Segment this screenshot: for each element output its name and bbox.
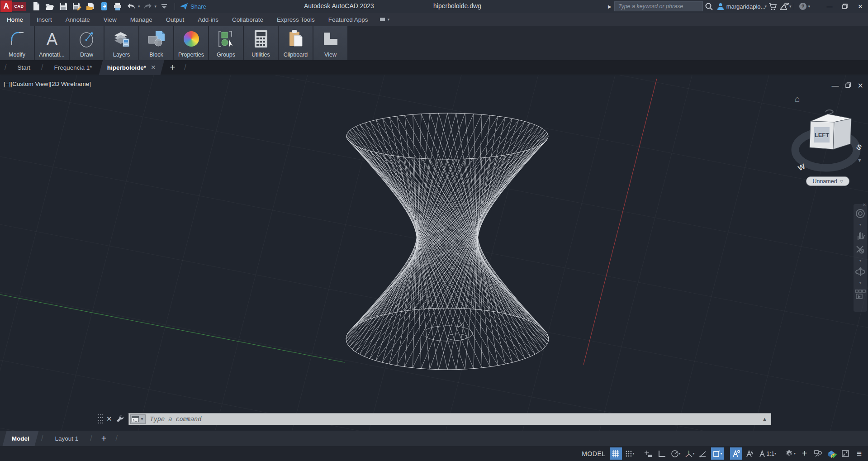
save-to-mobile-button[interactable] <box>98 1 110 12</box>
new-file-button[interactable] <box>30 1 42 12</box>
osnap-caret-icon[interactable]: ▾ <box>721 451 722 456</box>
file-tab-close-icon[interactable]: ✕ <box>151 64 157 71</box>
object-snap-tracking-toggle[interactable] <box>697 447 710 460</box>
command-history-toggle-icon[interactable]: ▲ <box>762 416 771 422</box>
ribbon-tab-view[interactable]: View <box>97 13 123 26</box>
close-button[interactable]: ✕ <box>853 0 868 13</box>
undo-caret-icon[interactable]: ▾ <box>138 4 140 9</box>
navbar-caret-icon[interactable]: ▾ <box>859 223 861 227</box>
tab-layout1[interactable]: Layout 1 <box>47 431 85 446</box>
viewcube-rotate-icon[interactable] <box>826 110 833 114</box>
viewport-close-button[interactable]: ✕ <box>858 81 863 90</box>
navigation-wheel-icon[interactable] <box>855 209 865 219</box>
panel-draw[interactable]: Draw <box>70 26 104 60</box>
redo-button[interactable] <box>142 1 154 12</box>
panel-block[interactable]: Block <box>139 26 173 60</box>
customization-button[interactable]: ▾ <box>784 447 797 460</box>
new-drawing-button[interactable]: + <box>165 60 180 75</box>
minimize-button[interactable]: — <box>822 0 837 13</box>
share-button[interactable]: Share <box>180 3 206 10</box>
new-layout-button[interactable]: + <box>97 431 111 446</box>
undo-button[interactable] <box>125 1 137 12</box>
ribbon-tab-manage[interactable]: Manage <box>123 13 159 26</box>
ribbon-tab-express-tools[interactable]: Express Tools <box>270 13 322 26</box>
plot-button[interactable] <box>112 1 123 12</box>
scale-caret-icon[interactable]: ▾ <box>774 451 776 456</box>
app-store-cart-icon[interactable] <box>767 0 778 12</box>
graphics-performance-button[interactable] <box>825 447 838 460</box>
ribbon-tab-home[interactable]: Home <box>0 13 30 26</box>
crosshair-tracking-button[interactable]: + <box>798 447 811 460</box>
command-dock-grip[interactable] <box>97 413 103 424</box>
panel-layers[interactable]: Layers <box>104 26 138 60</box>
restore-button[interactable] <box>837 0 853 13</box>
panel-utilities[interactable]: Utilities <box>244 26 278 60</box>
save-button[interactable] <box>57 1 69 12</box>
autodesk-caret-icon[interactable]: ▾ <box>789 4 792 9</box>
ribbon-tab-output[interactable]: Output <box>159 13 191 26</box>
clean-screen-button[interactable] <box>840 447 852 460</box>
user-avatar-icon[interactable] <box>715 0 726 12</box>
object-snap-toggle[interactable]: ▾ <box>711 447 724 460</box>
zoom-extents-icon[interactable] <box>855 245 865 255</box>
open-from-web-button[interactable] <box>85 1 96 12</box>
panel-annotation[interactable]: A Annotati... <box>35 26 69 60</box>
open-file-button[interactable] <box>44 1 56 12</box>
ribbon-display-toggle[interactable]: ▾ <box>375 13 394 26</box>
ribbon-tab-insert[interactable]: Insert <box>30 13 59 26</box>
redo-caret-icon[interactable]: ▾ <box>155 4 157 9</box>
annotation-visibility-toggle[interactable] <box>730 447 742 460</box>
file-tab-hiperboloide[interactable]: hiperboloide* ✕ <box>99 60 165 75</box>
drawing-canvas[interactable] <box>0 75 868 431</box>
panel-groups[interactable]: Groups <box>209 26 243 60</box>
ribbon-tab-collaborate[interactable]: Collaborate <box>225 13 270 26</box>
viewcube-right-face[interactable] <box>833 119 851 149</box>
ribbon-tab-annotate[interactable]: Annotate <box>59 13 97 26</box>
panel-view[interactable]: View <box>313 26 347 60</box>
viewport-controls-label[interactable]: [−][Custom View][2D Wireframe] <box>4 81 91 87</box>
annotation-autoscale-toggle[interactable] <box>744 447 756 460</box>
command-customize-wrench-icon[interactable] <box>116 414 125 423</box>
viewport-minimize-button[interactable]: — <box>832 82 839 90</box>
isometric-drafting-toggle[interactable]: ▾ <box>683 447 696 460</box>
isoplane-caret-icon[interactable]: ▾ <box>693 451 695 456</box>
orbit-icon[interactable] <box>855 267 866 277</box>
command-close-icon[interactable]: ✕ <box>106 415 112 423</box>
autocad-logo[interactable]: A CAD <box>0 0 26 13</box>
file-tab-frequencia[interactable]: Frequencia 1* <box>47 60 98 75</box>
tab-model[interactable]: Model <box>2 431 38 446</box>
search-input[interactable] <box>615 3 702 10</box>
model-space-indicator[interactable]: MODEL <box>582 450 605 457</box>
autodesk-logo-icon[interactable] <box>778 0 790 12</box>
isolate-objects-button[interactable] <box>812 447 824 460</box>
customization-caret-icon[interactable]: ▾ <box>794 451 796 456</box>
grid-display-toggle[interactable] <box>610 447 622 460</box>
polar-caret-icon[interactable]: ▾ <box>679 451 681 456</box>
panel-properties[interactable]: Properties <box>174 26 208 60</box>
infer-constraints-toggle[interactable] <box>642 447 655 460</box>
viewcube-menu-caret-icon[interactable]: ▼ <box>857 157 862 163</box>
help-icon[interactable]: ? <box>797 0 809 12</box>
showmotion-icon[interactable] <box>855 289 866 300</box>
snap-mode-toggle[interactable]: ▾ <box>623 447 636 460</box>
drawing-viewport[interactable]: [−][Custom View][2D Wireframe] — ✕ ⌂ W S… <box>0 75 868 431</box>
file-tab-start[interactable]: Start <box>11 60 37 75</box>
status-menu-button[interactable]: ≡ <box>853 447 865 460</box>
command-input[interactable] <box>146 415 763 423</box>
pan-hand-icon[interactable] <box>855 231 865 241</box>
ribbon-tab-addins[interactable]: Add-ins <box>191 13 225 26</box>
search-collapse-icon[interactable]: ▶ <box>608 4 612 9</box>
polar-tracking-toggle[interactable]: ▾ <box>669 447 682 460</box>
named-view-control[interactable]: Unnamed ▽ <box>806 176 849 186</box>
snap-caret-icon[interactable]: ▾ <box>633 451 635 456</box>
username-label[interactable]: margaridaplo... <box>726 3 766 10</box>
navbar-caret-icon-3[interactable]: ▾ <box>859 281 861 285</box>
panel-clipboard[interactable]: Clipboard <box>279 26 313 60</box>
viewcube-face-label[interactable]: LEFT <box>815 132 830 138</box>
search-icon[interactable] <box>703 0 715 12</box>
recent-commands-button[interactable]: ▼ <box>130 414 146 424</box>
customize-qat-button[interactable] <box>158 1 170 12</box>
ortho-mode-toggle[interactable] <box>656 447 668 460</box>
viewport-restore-button[interactable] <box>845 82 851 90</box>
navbar-close-icon[interactable]: ✕ <box>863 202 866 207</box>
